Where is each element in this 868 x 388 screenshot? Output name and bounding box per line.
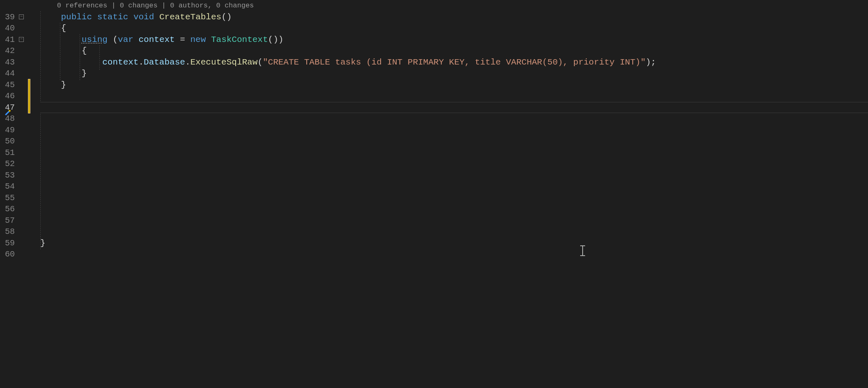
code-line[interactable]	[40, 192, 868, 204]
gutter: 39 40 41 42 43 44 45 46 47 48 49 50 51 5…	[0, 0, 28, 388]
code-line[interactable]: }	[40, 68, 868, 79]
line-number: 54	[0, 182, 15, 191]
active-code-line[interactable]	[40, 102, 868, 113]
line-number: 56	[0, 204, 15, 214]
code-line[interactable]	[40, 249, 868, 260]
code-area[interactable]: 0 references | 0 changes | 0 authors, 0 …	[40, 0, 868, 388]
code-line[interactable]	[40, 170, 868, 181]
line-number: 51	[0, 148, 15, 157]
code-line[interactable]: }	[40, 79, 868, 91]
code-line[interactable]	[40, 125, 868, 136]
code-line[interactable]	[40, 136, 868, 147]
change-gutter	[28, 0, 40, 388]
code-line[interactable]: context.Database.ExecuteSqlRaw("CREATE T…	[40, 57, 868, 68]
line-number: 58	[0, 227, 15, 236]
line-number: 41	[0, 35, 15, 44]
fold-toggle[interactable]	[15, 14, 28, 19]
line-number: 44	[0, 69, 15, 78]
code-line[interactable]	[40, 147, 868, 159]
code-line[interactable]: {	[40, 23, 868, 34]
code-editor[interactable]: 39 40 41 42 43 44 45 46 47 48 49 50 51 5…	[0, 0, 868, 388]
line-number: 43	[0, 58, 15, 67]
code-line[interactable]	[40, 215, 868, 226]
minus-icon	[19, 14, 24, 19]
line-number: 40	[0, 23, 15, 33]
code-line[interactable]	[40, 181, 868, 192]
line-number: 45	[0, 80, 15, 90]
code-line[interactable]	[40, 90, 868, 102]
code-line[interactable]: using (var context = new TaskContext())	[40, 34, 868, 46]
line-number: 57	[0, 216, 15, 225]
line-number: 46	[0, 91, 15, 101]
line-number: 53	[0, 171, 15, 180]
codelens[interactable]: 0 references | 0 changes | 0 authors, 0 …	[40, 0, 868, 12]
line-number: 39	[0, 12, 15, 22]
line-number: 50	[0, 136, 15, 146]
modified-indicator	[28, 79, 30, 113]
line-number: 55	[0, 193, 15, 203]
line-number: 42	[0, 46, 15, 55]
line-number: 60	[0, 249, 15, 259]
minus-icon	[19, 37, 24, 42]
code-line[interactable]	[40, 113, 868, 125]
line-number: 49	[0, 125, 15, 135]
line-number: 52	[0, 159, 15, 169]
code-line[interactable]: {	[40, 45, 868, 57]
code-line[interactable]	[40, 158, 868, 170]
text-cursor-ibeam-icon	[582, 246, 583, 256]
line-number: 48	[0, 114, 15, 123]
code-line[interactable]	[40, 203, 868, 215]
fold-toggle[interactable]	[15, 37, 28, 42]
code-line[interactable]: public static void CreateTables()	[40, 12, 868, 23]
code-line[interactable]	[40, 226, 868, 238]
code-line[interactable]: }	[40, 238, 868, 249]
line-number: 59	[0, 238, 15, 248]
